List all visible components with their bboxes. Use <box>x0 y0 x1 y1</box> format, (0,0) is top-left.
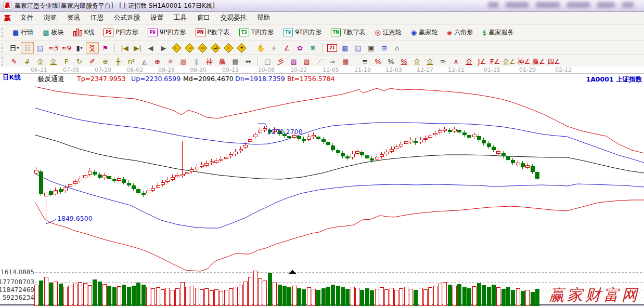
candle <box>151 188 154 190</box>
gann-wheel-button[interactable]: ◎江恩轮 <box>370 26 406 38</box>
goto-last-button[interactable]: ▶| <box>131 42 144 54</box>
menu-item-help[interactable]: 帮助 <box>252 12 275 23</box>
t-square-button[interactable]: T3T四方形 <box>235 26 278 38</box>
crosshair-button[interactable]: + <box>267 42 280 54</box>
gann-flower-button[interactable]: ✿ <box>293 42 306 54</box>
wave-9-button[interactable]: ≈9 <box>60 42 73 54</box>
square-web-button[interactable]: ▩ <box>177 56 190 68</box>
winner-wheel-button[interactable]: ◉赢家轮 <box>406 26 442 38</box>
ying-grid-button[interactable]: 赢 <box>216 56 229 68</box>
ray-lines-button[interactable]: ⋰ <box>313 56 326 68</box>
remote-station-button[interactable]: ⌂ <box>391 42 404 54</box>
spider-web-button[interactable]: ✳ <box>164 56 177 68</box>
sectors-button[interactable]: ▩板块 <box>38 26 68 38</box>
shift-right-button[interactable]: → <box>183 42 196 54</box>
winner-service-button[interactable]: $赢家服务 <box>478 26 518 38</box>
hexagon-button[interactable]: ◈六角形 <box>442 26 478 38</box>
h-measure-button[interactable]: ↔ <box>242 56 255 68</box>
parallel-lines-button[interactable]: ∥ <box>190 56 203 68</box>
wave-line-button[interactable]: ≈ <box>326 56 339 68</box>
kline-chart[interactable]: 06-2107-0507-1908-0208-1608-3009-1310-08… <box>0 66 644 307</box>
gold-levels-button[interactable]: 金 <box>423 56 436 68</box>
fan-lines-button[interactable]: 彡 <box>274 56 287 68</box>
time-ticks-button[interactable]: ╫ <box>112 56 125 68</box>
hatch-box-button[interactable]: ▧ <box>300 56 313 68</box>
percent-levels-button[interactable]: % <box>397 56 410 68</box>
dense-grid-button[interactable]: ▦ <box>339 56 352 68</box>
f-square-button[interactable]: F <box>60 56 73 68</box>
gold-angle-button[interactable]: 金∠ <box>501 56 517 68</box>
j-angle-button[interactable]: J∠ <box>475 56 488 68</box>
box-tool-button[interactable]: □ <box>261 56 274 68</box>
brush-button[interactable]: ✎ <box>8 56 21 68</box>
menu-item-browse[interactable]: 浏览 <box>38 12 62 23</box>
shen-grid-button[interactable]: 神 <box>203 56 216 68</box>
shift-left-button[interactable]: ← <box>170 42 183 54</box>
menu-item-tools[interactable]: 工具 <box>169 12 192 23</box>
kline-button[interactable]: K线 <box>69 26 99 38</box>
page-next-button[interactable]: ▶ <box>157 42 170 54</box>
fan-box-button[interactable]: ▨ <box>287 56 300 68</box>
menu-item-news[interactable]: 资讯 <box>62 12 85 23</box>
gann-circle-button[interactable]: ⊕ <box>99 56 112 68</box>
gold-square-2-button[interactable]: 金 <box>47 56 60 68</box>
mirror-angle-button[interactable]: ◭ <box>138 56 151 68</box>
full-view-button[interactable]: ✦ <box>235 42 248 54</box>
ab-wave-button[interactable]: ∧ <box>449 56 462 68</box>
f-angle-button[interactable]: F∠ <box>488 56 501 68</box>
calendar-button[interactable]: 21 <box>326 42 339 54</box>
gold-square-button[interactable]: 金 <box>34 56 47 68</box>
color-flag-button[interactable]: ⚑ <box>99 42 112 54</box>
send-network-button[interactable]: ⊞ <box>378 42 391 54</box>
save-button[interactable]: ▣ <box>365 42 378 54</box>
shen-angle-button[interactable]: 神∠ <box>517 56 532 68</box>
compress-bars-button[interactable]: ⇄ <box>209 42 222 54</box>
si-angle-button[interactable]: 四∠ <box>546 56 561 68</box>
page-prev-button[interactable]: ◀ <box>144 42 157 54</box>
kline-period-button[interactable]: 日▾ <box>8 42 21 54</box>
red-pen-button[interactable]: ✐ <box>86 56 99 68</box>
ying-angle-button[interactable]: 赢∠ <box>531 56 546 68</box>
chart-canvas[interactable]: 06-2107-0507-1908-0208-1608-3009-1310-08… <box>0 66 644 307</box>
date-tick-label: 12-17 <box>417 66 433 73</box>
target-cross-button[interactable]: ⊕ <box>151 56 164 68</box>
calculator-button[interactable]: ▦ <box>339 42 352 54</box>
p-table-button[interactable]: PNP数字表 <box>191 26 235 38</box>
menu-item-formula-picker[interactable]: 公式选股 <box>109 12 145 23</box>
gann-grid-button[interactable]: # <box>21 56 34 68</box>
measure-angle-button[interactable]: ∠ <box>280 42 293 54</box>
diary-button[interactable]: ▤ <box>352 42 365 54</box>
grid-123-button[interactable]: ▦ <box>229 56 242 68</box>
menu-item-settings[interactable]: 设置 <box>145 12 169 23</box>
menu-item-file[interactable]: 文件 <box>15 12 38 23</box>
t9-square-button[interactable]: T99T四方形 <box>278 26 326 38</box>
market-overview-button[interactable]: ☷ <box>21 42 34 54</box>
percent-button[interactable]: % <box>384 56 397 68</box>
f10-info-button[interactable]: ▤ <box>34 42 47 54</box>
pattern-yao-button[interactable]: 爻 <box>86 42 99 54</box>
level-bars-button[interactable]: ≡ <box>358 56 371 68</box>
candle-style-button[interactable]: ▮▾ <box>73 42 86 54</box>
wave-3-button[interactable]: ≈3 <box>47 42 60 54</box>
percent-line-button[interactable]: % <box>371 56 384 68</box>
menu-item-trade-order[interactable]: 交易委托 <box>215 12 252 23</box>
drag-hand-button[interactable]: ✋ <box>254 42 267 54</box>
smart-analysis-button[interactable]: ❋ <box>306 42 319 54</box>
n-square-button[interactable]: n² <box>125 56 138 68</box>
volume-bar <box>210 290 213 305</box>
p9-square-button[interactable]: P99P四方形 <box>143 26 191 38</box>
p-square-button[interactable]: PSP四方形 <box>99 26 143 38</box>
t-table-button[interactable]: TNT数字表 <box>326 26 370 38</box>
menu-item-window[interactable]: 窗口 <box>192 12 215 23</box>
expand-bars-button[interactable]: + <box>222 42 235 54</box>
pen-measure-button[interactable]: ✑ <box>436 56 449 68</box>
zoom-horizontal-button[interactable]: ↔ <box>196 42 209 54</box>
menu-item-gann[interactable]: 江恩 <box>85 12 109 23</box>
gold-circle-button[interactable]: 金 <box>410 56 423 68</box>
high-label-leader-line <box>258 124 267 128</box>
toolbar-grip <box>2 57 5 66</box>
goto-first-button[interactable]: |◀ <box>118 42 131 54</box>
spiral-button[interactable]: ↻ <box>73 56 86 68</box>
gold-line-button[interactable]: 金 <box>462 56 475 68</box>
quotes-button[interactable]: ▦行情 <box>8 26 38 38</box>
